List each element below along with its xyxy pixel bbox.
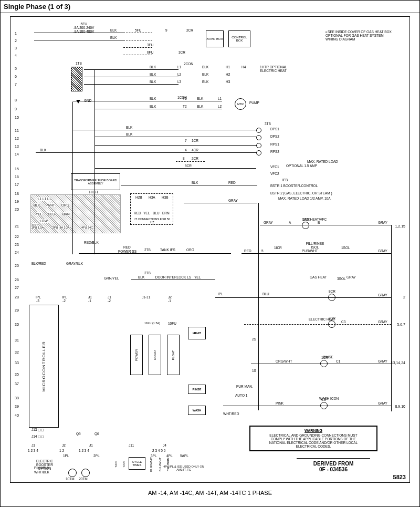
derived-from: DERIVED FROM 0F - 034536 <box>297 458 370 472</box>
row-ref: 1,2,15 <box>395 224 405 228</box>
row-ref: 8,9,10 <box>395 405 405 408</box>
row-ref: 2 <box>403 295 405 299</box>
motor-icon: MTR <box>235 98 246 110</box>
row-ref: 13,14,24 <box>391 361 405 365</box>
rinse-block: RINSE <box>188 385 206 394</box>
fuse-rating: 5FU .8A 200-240V .8A 380-480V <box>74 22 94 33</box>
heat-block: HEAT <box>188 327 206 339</box>
wash-block: WASH <box>188 406 206 415</box>
warning-box: WARNING ELECTRICAL AND GROUNDING CONNECT… <box>249 426 377 451</box>
document-number: 5823 <box>393 474 406 480</box>
cycle-times: CYCLE TIMES <box>129 457 145 470</box>
terminal-1tb <box>71 67 82 91</box>
microcontroller: MICROCONTROLLER <box>29 305 59 428</box>
power-lamp: POWER <box>130 335 143 375</box>
caption: AM -14, AM -14C, AM -14T, AM -14TC 1 PHA… <box>1 490 419 496</box>
row-ref: 5,6,7 <box>397 323 405 326</box>
document-header: Single Phase (1 of 3) <box>1 1 419 13</box>
float-lamp: FLOAT <box>167 335 180 375</box>
schematic-frame: 1 2 3 4 5 6 7 8 9 10 11 12 13 14 15 16 1… <box>10 16 410 483</box>
htr-optional: 1HTR OPTIONAL ELECTRIC HEAT <box>260 65 291 73</box>
transformer-assy: TRANSFORMER/ FUSE BOARD ASSEMBLY <box>71 173 120 190</box>
xfmr-box: XFMR BOX <box>206 30 224 47</box>
page-title: Single Phase (1 of 3) <box>4 3 70 11</box>
control-box: CONTROL BOX <box>228 30 250 47</box>
note-inside-cover: • SEE INSIDE COVER OF GAS HEAT BOX OPTIO… <box>326 30 394 41</box>
door-lamp: DOOR <box>149 335 161 375</box>
